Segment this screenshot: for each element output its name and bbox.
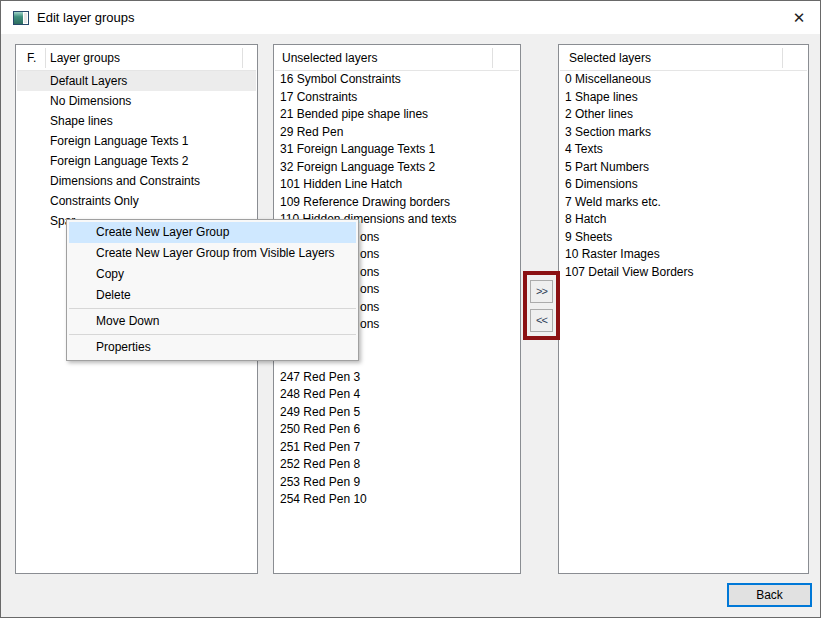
menu-item-properties[interactable]: Properties bbox=[69, 337, 356, 358]
column-divider[interactable] bbox=[492, 48, 493, 68]
layer-item[interactable]: 4 Texts bbox=[560, 140, 807, 158]
menu-item-move-down[interactable]: Move Down bbox=[69, 311, 356, 332]
menu-item-copy[interactable]: Copy bbox=[69, 264, 356, 285]
menu-item-create-from-visible-layers[interactable]: Create New Layer Group from Visible Laye… bbox=[69, 243, 356, 264]
layer-item[interactable]: 254 Red Pen 10 bbox=[275, 490, 519, 508]
layer-group-item[interactable]: No Dimensions bbox=[17, 91, 256, 111]
layer-item[interactable]: 5 Part Numbers bbox=[560, 158, 807, 176]
header-col-f[interactable]: F. bbox=[27, 51, 36, 65]
title-bar: Edit layer groups ✕ bbox=[1, 1, 820, 34]
layer-item[interactable]: 17 Constraints bbox=[275, 88, 519, 106]
unselected-layers-header[interactable]: Unselected layers bbox=[275, 46, 519, 71]
menu-separator bbox=[69, 334, 356, 335]
layer-item[interactable]: 31 Foreign Language Texts 1 bbox=[275, 140, 519, 158]
layer-item[interactable]: 253 Red Pen 9 bbox=[275, 473, 519, 491]
layer-item[interactable]: 252 Red Pen 8 bbox=[275, 455, 519, 473]
layer-item[interactable]: 1 Shape lines bbox=[560, 88, 807, 106]
layer-group-item[interactable]: Dimensions and Constraints bbox=[17, 171, 256, 191]
layer-group-item[interactable]: Constraints Only bbox=[17, 191, 256, 211]
menu-item-create-new-layer-group[interactable]: Create New Layer Group bbox=[69, 222, 356, 243]
layer-item[interactable]: 101 Hidden Line Hatch bbox=[275, 175, 519, 193]
layer-item[interactable]: 250 Red Pen 6 bbox=[275, 420, 519, 438]
layer-item[interactable]: 9 Sheets bbox=[560, 228, 807, 246]
layer-item[interactable]: 21 Bended pipe shape lines bbox=[275, 105, 519, 123]
layer-item[interactable]: 2 Other lines bbox=[560, 105, 807, 123]
window-title: Edit layer groups bbox=[37, 10, 135, 25]
layer-item[interactable]: 251 Red Pen 7 bbox=[275, 438, 519, 456]
selected-layers-header[interactable]: Selected layers bbox=[560, 46, 807, 71]
layer-group-item[interactable]: Default Layers bbox=[17, 71, 256, 91]
layer-item[interactable]: 3 Section marks bbox=[560, 123, 807, 141]
layer-item[interactable]: 107 Detail View Borders bbox=[560, 263, 807, 281]
move-to-selected-button[interactable]: >> bbox=[530, 280, 553, 303]
layer-item[interactable]: 247 Red Pen 3 bbox=[275, 368, 519, 386]
layer-item[interactable]: 16 Symbol Constraints bbox=[275, 70, 519, 88]
layer-group-item[interactable]: Foreign Language Texts 2 bbox=[17, 151, 256, 171]
layer-item[interactable]: 10 Raster Images bbox=[560, 245, 807, 263]
column-divider[interactable] bbox=[782, 48, 783, 68]
layer-item[interactable]: 29 Red Pen bbox=[275, 123, 519, 141]
layer-group-item[interactable]: Shape lines bbox=[17, 111, 256, 131]
menu-separator bbox=[69, 308, 356, 309]
layer-item[interactable]: 7 Weld marks etc. bbox=[560, 193, 807, 211]
close-icon[interactable]: ✕ bbox=[788, 7, 810, 29]
header-col-layer-groups[interactable]: Layer groups bbox=[50, 51, 120, 65]
layer-groups-header[interactable]: F. Layer groups bbox=[17, 46, 256, 71]
layer-item[interactable]: 109 Reference Drawing borders bbox=[275, 193, 519, 211]
layer-item[interactable]: 8 Hatch bbox=[560, 210, 807, 228]
layer-item[interactable]: 248 Red Pen 4 bbox=[275, 385, 519, 403]
selected-layers-panel: Selected layers 0 Miscellaneous 1 Shape … bbox=[558, 44, 809, 574]
app-icon bbox=[13, 11, 29, 25]
layer-item[interactable]: 249 Red Pen 5 bbox=[275, 403, 519, 421]
move-to-unselected-button[interactable]: << bbox=[530, 309, 553, 332]
column-divider[interactable] bbox=[45, 48, 46, 68]
layer-item[interactable]: 0 Miscellaneous bbox=[560, 70, 807, 88]
menu-item-delete[interactable]: Delete bbox=[69, 285, 356, 306]
layer-item[interactable]: 32 Foreign Language Texts 2 bbox=[275, 158, 519, 176]
layer-group-item[interactable]: Foreign Language Texts 1 bbox=[17, 131, 256, 151]
context-menu: Create New Layer Group Create New Layer … bbox=[66, 219, 359, 361]
layer-item[interactable]: 6 Dimensions bbox=[560, 175, 807, 193]
back-button[interactable]: Back bbox=[727, 583, 812, 607]
column-divider[interactable] bbox=[242, 48, 243, 68]
edit-layer-groups-dialog: Edit layer groups ✕ F. Layer groups Defa… bbox=[0, 0, 821, 618]
